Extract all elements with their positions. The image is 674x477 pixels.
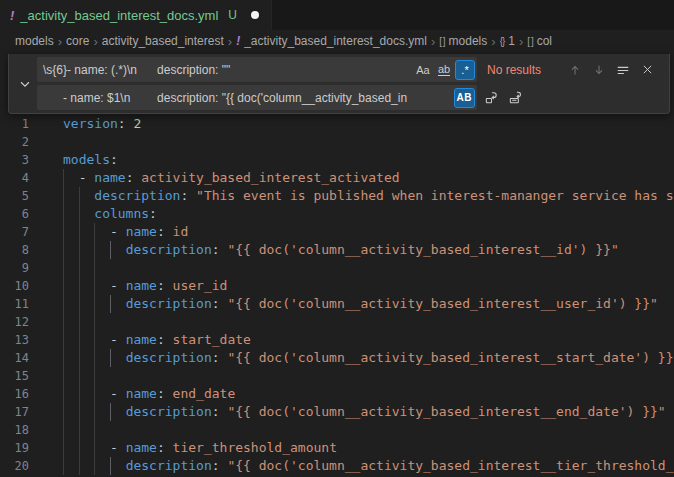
previous-match-button[interactable] bbox=[565, 60, 585, 80]
code-area: 1version: 223models:4 - name: activity_b… bbox=[0, 115, 674, 475]
breadcrumb-item-col[interactable]: [ ]col bbox=[527, 34, 552, 48]
indent-guide bbox=[63, 169, 64, 187]
indent-guide bbox=[63, 403, 64, 421]
code-text: description: "{{ doc('column__activity_b… bbox=[63, 349, 674, 367]
breadcrumb-item-activity-based-interest[interactable]: activity_based_interest bbox=[102, 34, 224, 48]
replace-all-icon bbox=[508, 90, 523, 105]
code-line[interactable]: 18 bbox=[0, 421, 674, 439]
indent-guide bbox=[79, 439, 80, 457]
indent-guide bbox=[79, 205, 80, 223]
code-line[interactable]: 20 description: "{{ doc('column__activit… bbox=[0, 457, 674, 475]
line-number: 1 bbox=[0, 115, 29, 133]
indent-guide bbox=[79, 295, 80, 313]
indent-guide bbox=[110, 241, 111, 259]
breadcrumb-item-1[interactable]: {}1 bbox=[500, 34, 515, 48]
indent-guide bbox=[110, 349, 111, 367]
symbol-array-icon: [ ] bbox=[439, 36, 444, 47]
indent-guide bbox=[94, 223, 95, 241]
indent-guide bbox=[63, 259, 64, 277]
preserve-case-button[interactable]: AB bbox=[454, 88, 475, 108]
indent-guide bbox=[79, 277, 80, 295]
find-in-selection-button[interactable] bbox=[613, 60, 633, 80]
code-line[interactable]: 9 bbox=[0, 259, 674, 277]
code-line[interactable]: 8 description: "{{ doc('column__activity… bbox=[0, 241, 674, 259]
code-line[interactable]: 15 bbox=[0, 367, 674, 385]
line-number: 4 bbox=[0, 169, 29, 187]
line-number: 6 bbox=[0, 205, 29, 223]
code-text: description: "{{ doc('column__activity_b… bbox=[63, 295, 674, 313]
replace-input[interactable]: - name: $1\n description: "{{ doc('colum… bbox=[37, 85, 477, 110]
find-widget: \s{6}- name: (.*)\n description: "" Aa a… bbox=[8, 54, 670, 114]
code-line[interactable]: 19 - name: tier_threshold_amount bbox=[0, 439, 674, 457]
code-line[interactable]: 6 columns: bbox=[0, 205, 674, 223]
breadcrumb-label: 1 bbox=[508, 34, 515, 48]
breadcrumb-separator-icon: › bbox=[93, 34, 97, 49]
toggle-replace-button[interactable] bbox=[13, 57, 37, 110]
indent-guide bbox=[63, 385, 64, 403]
code-line[interactable]: 2 bbox=[0, 133, 674, 151]
code-line[interactable]: 14 description: "{{ doc('column__activit… bbox=[0, 349, 674, 367]
breadcrumb-item-core[interactable]: core bbox=[66, 34, 89, 48]
line-number: 20 bbox=[0, 457, 29, 475]
indent-guide bbox=[79, 223, 80, 241]
replace-all-button[interactable] bbox=[505, 88, 525, 108]
code-text: description: "{{ doc('column__activity_b… bbox=[63, 241, 674, 259]
code-text: - name: activity_based_interest_activate… bbox=[63, 169, 674, 187]
match-case-button[interactable]: Aa bbox=[413, 60, 433, 80]
tab-filename: _activity_based_interest_docs.yml bbox=[20, 8, 218, 23]
code-line[interactable]: 12 bbox=[0, 313, 674, 331]
chevron-down-icon bbox=[18, 77, 32, 91]
indent-guide bbox=[63, 223, 64, 241]
arrow-up-icon bbox=[568, 63, 582, 77]
indent-guide bbox=[79, 349, 80, 367]
breadcrumb-label: core bbox=[66, 34, 89, 48]
line-number: 15 bbox=[0, 367, 29, 385]
replace-button[interactable] bbox=[481, 88, 501, 108]
indent-guide bbox=[79, 259, 80, 277]
breadcrumb-separator-icon: › bbox=[58, 34, 62, 49]
line-number: 7 bbox=[0, 223, 29, 241]
code-text: - name: user_id bbox=[63, 277, 674, 295]
editor[interactable]: 1version: 223models:4 - name: activity_b… bbox=[0, 52, 674, 477]
line-number: 18 bbox=[0, 421, 29, 439]
code-line[interactable]: 17 description: "{{ doc('column__activit… bbox=[0, 403, 674, 421]
code-text: - name: tier_threshold_amount bbox=[63, 439, 674, 457]
indent-guide bbox=[94, 277, 95, 295]
indent-guide bbox=[79, 187, 80, 205]
breadcrumb-item--activity-based-interest-docs-yml[interactable]: !_activity_based_interest_docs.yml bbox=[236, 34, 427, 48]
code-line[interactable]: 16 - name: end_date bbox=[0, 385, 674, 403]
whole-word-button[interactable]: ab bbox=[434, 60, 454, 80]
indent-guide bbox=[79, 403, 80, 421]
code-line[interactable]: 13 - name: start_date bbox=[0, 331, 674, 349]
line-number: 11 bbox=[0, 295, 29, 313]
breadcrumb-item-models[interactable]: [ ]models bbox=[439, 34, 487, 48]
code-line[interactable]: 3models: bbox=[0, 151, 674, 169]
indent-guide bbox=[63, 421, 64, 439]
indent-guide bbox=[63, 439, 64, 457]
indent-guide bbox=[110, 457, 111, 475]
breadcrumb: models›core›activity_based_interest›!_ac… bbox=[0, 30, 674, 52]
symbol-object-icon: {} bbox=[500, 36, 505, 47]
line-number: 12 bbox=[0, 313, 29, 331]
code-text: models: bbox=[63, 151, 674, 169]
indent-guide bbox=[79, 331, 80, 349]
close-find-button[interactable] bbox=[637, 60, 657, 80]
unsaved-changes-dot[interactable] bbox=[251, 11, 259, 19]
code-line[interactable]: 5 description: "This event is published … bbox=[0, 187, 674, 205]
breadcrumb-item-models[interactable]: models bbox=[15, 34, 54, 48]
regex-button[interactable]: .* bbox=[455, 60, 475, 80]
code-line[interactable]: 11 description: "{{ doc('column__activit… bbox=[0, 295, 674, 313]
code-line[interactable]: 4 - name: activity_based_interest_activa… bbox=[0, 169, 674, 187]
code-line[interactable]: 7 - name: id bbox=[0, 223, 674, 241]
tab-activity-based-interest-docs[interactable]: ! _activity_based_interest_docs.yml U bbox=[0, 0, 272, 30]
indent-guide bbox=[63, 349, 64, 367]
indent-guide bbox=[94, 259, 95, 277]
code-line[interactable]: 1version: 2 bbox=[0, 115, 674, 133]
find-input[interactable]: \s{6}- name: (.*)\n description: "" Aa a… bbox=[37, 57, 477, 82]
next-match-button[interactable] bbox=[589, 60, 609, 80]
code-line[interactable]: 10 - name: user_id bbox=[0, 277, 674, 295]
line-number: 3 bbox=[0, 151, 29, 169]
indent-guide bbox=[63, 367, 64, 385]
breadcrumb-separator-icon: › bbox=[228, 34, 232, 49]
indent-guide bbox=[79, 421, 80, 439]
